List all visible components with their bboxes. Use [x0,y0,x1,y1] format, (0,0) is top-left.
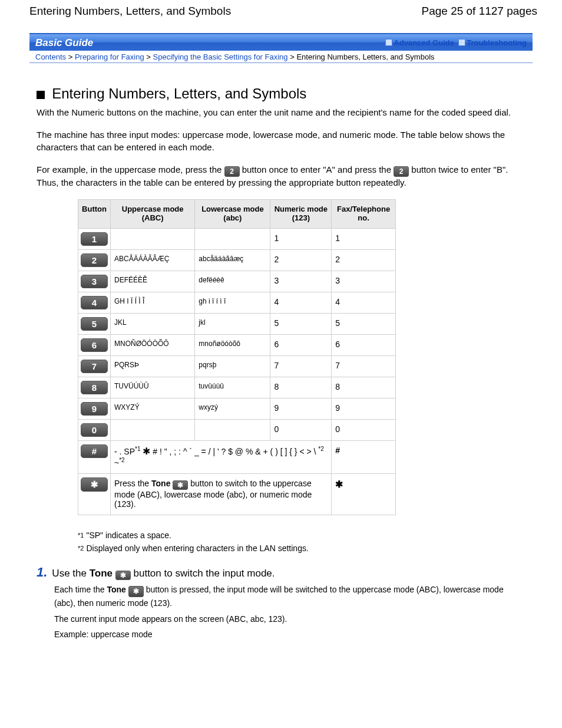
page-title: Entering Numbers, Letters, and Symbols [29,5,231,18]
upper-chars [111,229,195,250]
banner: Basic Guide Advanced Guide Troubleshooti… [29,33,533,51]
lower-chars: defëéèê [195,271,270,292]
num-char: 2 [270,250,332,271]
key-star-icon: ✱ [173,480,188,490]
lower-chars: pqrsþ [195,356,270,377]
upper-chars: TUVÜÚÙÛ [111,377,195,398]
key-5-icon: 5 [81,317,108,331]
key-1-icon: 1 [81,232,108,246]
fax-char: 2 [332,250,396,271]
table-row: 3DEFËÉÈÊdefëéèê33 [78,271,396,292]
step-1: 1. Use the Tone ✱ button to switch the i… [37,565,525,580]
th-upper: Uppercase mode (ABC) [111,200,195,229]
num-char: 1 [270,229,332,250]
breadcrumb: Contents > Preparing for Faxing > Specif… [29,51,533,63]
upper-chars [111,420,195,441]
upper-chars: GH I Ï Í Ì Î [111,292,195,314]
advanced-guide-link[interactable]: Advanced Guide [394,38,454,47]
table-row: 4GH I Ï Í Ì Îgh i ï í ì î44 [78,292,396,314]
fax-char: 8 [332,377,396,398]
lower-chars: mnoñøöóòõô [195,335,270,356]
fax-char: 6 [332,335,396,356]
banner-title: Basic Guide [35,37,93,48]
key-star-icon: ✱ [81,477,108,492]
lower-chars [195,229,270,250]
article-heading: Entering Numbers, Letters, and Symbols [52,85,306,101]
key-0-icon: 0 [81,423,108,437]
table-row: 9WXYZÝwxyzý99 [78,398,396,420]
th-lower: Lowercase mode (abc) [195,200,270,229]
key-2-icon: 2 [394,166,409,177]
key-4-icon: 4 [81,296,108,309]
num-char: 8 [270,377,332,398]
key-3-icon: 3 [81,275,108,288]
star-desc: Press the Tone ✱ button to switch to the… [111,473,332,515]
table-row: 5JKLjkl55 [78,314,396,335]
square-icon [458,39,465,46]
th-button: Button [78,200,111,229]
crumb-settings[interactable]: Specifying the Basic Settings for Faxing [153,52,288,61]
upper-chars: WXYZÝ [111,398,195,420]
num-char: 5 [270,314,332,335]
footnotes: *1"SP" indicates a space. *2Displayed on… [78,531,525,553]
step1-sub-c: Example: uppercase mode [54,628,525,640]
key-7-icon: 7 [81,360,108,373]
key-2-icon: 2 [81,253,108,267]
square-icon [385,39,392,46]
num-char: 3 [270,271,332,292]
crumb-contents[interactable]: Contents [35,52,66,61]
hash-chars: - . SP*1 ✱ # ! " , ; : ^ ` _ = / | ' ? $… [111,441,332,474]
upper-chars: DEFËÉÈÊ [111,271,195,292]
troubleshooting-link[interactable]: Troubleshooting [467,38,527,47]
lower-chars: abcåäáàãâæç [195,250,270,271]
num-char: 4 [270,292,332,314]
lower-chars: gh i ï í ì î [195,292,270,314]
fax-char: 4 [332,292,396,314]
crumb-current: Entering Numbers, Letters, and Symbols [296,52,434,61]
star-fax: ✱ [332,473,396,515]
key-6-icon: 6 [81,338,108,352]
intro-p2: The machine has three input modes: upper… [37,129,525,153]
key-9-icon: 9 [81,402,108,416]
upper-chars: PQRSÞ [111,356,195,377]
lower-chars: tuvüúùû [195,377,270,398]
table-row-star: ✱ Press the Tone ✱ button to switch to t… [78,473,396,515]
lower-chars: jkl [195,314,270,335]
fax-char: 0 [332,420,396,441]
num-char: 6 [270,335,332,356]
fax-char: 9 [332,398,396,420]
intro-p3: For example, in the uppercase mode, pres… [37,164,525,189]
square-bullet-icon [37,91,45,99]
step1-sub-a: Each time the Tone ✱ button is pressed, … [54,584,525,610]
upper-chars: MNOÑØÖÓÒÕÔ [111,335,195,356]
num-char: 7 [270,356,332,377]
upper-chars: ABCÅÄÁÀÃÂÆÇ [111,250,195,271]
table-row: 000 [78,420,396,441]
table-row-hash: # - . SP*1 ✱ # ! " , ; : ^ ` _ = / | ' ?… [78,441,396,474]
num-char: 0 [270,420,332,441]
key-8-icon: 8 [81,381,108,394]
fax-char: 5 [332,314,396,335]
key-hash-icon: # [81,444,108,458]
upper-chars: JKL [111,314,195,335]
page-indicator: Page 25 of 1127 pages [421,5,537,18]
lower-chars: wxyzý [195,398,270,420]
step1-sub-b: The current input mode appears on the sc… [54,613,525,625]
table-row: 2ABCÅÄÁÀÃÂÆÇabcåäáàãâæç22 [78,250,396,271]
th-fax: Fax/Telephone no. [332,200,396,229]
crumb-preparing[interactable]: Preparing for Faxing [75,52,144,61]
key-star-icon: ✱ [128,586,144,597]
table-row: 8TUVÜÚÙÛtuvüúùû88 [78,377,396,398]
lower-chars [195,420,270,441]
fax-char: 7 [332,356,396,377]
intro-p1: With the Numeric buttons on the machine,… [37,107,525,118]
input-mode-table: Button Uppercase mode (ABC) Lowercase mo… [78,199,396,515]
fax-char: 3 [332,271,396,292]
th-num: Numeric mode (123) [270,200,332,229]
key-2-icon: 2 [224,166,240,177]
table-row: 7PQRSÞpqrsþ77 [78,356,396,377]
step-number: 1. [37,565,47,580]
fax-char: 1 [332,229,396,250]
num-char: 9 [270,398,332,420]
table-row: 111 [78,229,396,250]
